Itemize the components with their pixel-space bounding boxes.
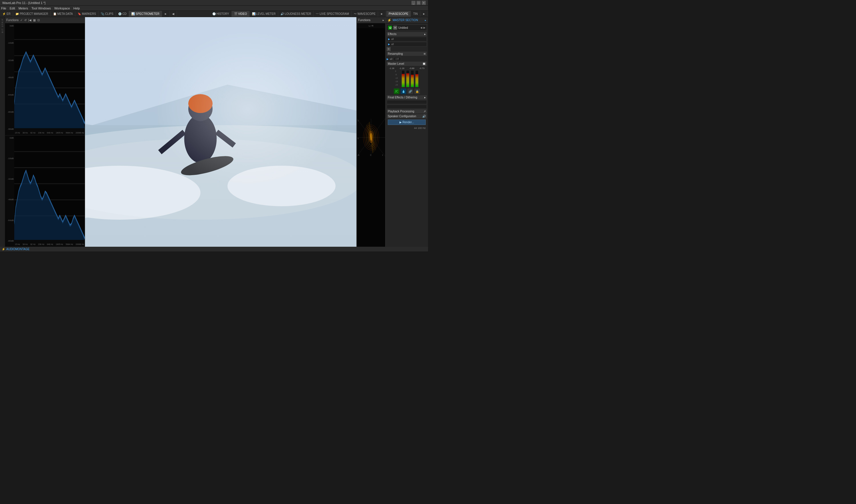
spectrometer-canvas-bottom xyxy=(14,136,85,240)
svg-text:0: 0 xyxy=(358,138,359,140)
main-area: BIT STRIP Functions ✓ ↺ |◀ ▦ ⊡ 0dB -16dB… xyxy=(0,17,428,247)
spec-btn-1[interactable]: ✓ xyxy=(20,19,22,22)
spec-y-labels-bottom: 0dB -16dB -32dB -48dB -64dB -80dB xyxy=(5,136,14,244)
svg-point-43 xyxy=(370,133,372,141)
master-section-content: ⏻ ✏ Untitled ◀ ▶ Effects ▸ ▶ all ▶ all + xyxy=(386,23,428,247)
tab-nav-forward[interactable]: ► xyxy=(162,11,170,17)
tab-er[interactable]: ⚡ER xyxy=(0,11,13,17)
master-level-header[interactable]: Master Level 🔲 xyxy=(387,61,427,66)
meter-fill-1 xyxy=(402,74,405,87)
maximize-button[interactable]: □ xyxy=(416,1,421,5)
spectrometer-panel: Functions ✓ ↺ |◀ ▦ ⊡ 0dB -16dB -32dB -48… xyxy=(5,17,85,247)
playback-processing-header[interactable]: Playback Processing ↗ xyxy=(387,109,427,113)
resampling-section-header[interactable]: Resampling ≋ xyxy=(387,52,427,56)
master-expand-btn[interactable]: ▸ xyxy=(425,19,426,22)
tab-collapse[interactable]: ◀ xyxy=(170,11,177,17)
phasescope-panel: Functions ▸ L / R xyxy=(357,17,385,247)
audiomontage-header: ⚡ AUDIOMONTAGE xyxy=(0,247,428,252)
master-power-button[interactable]: ⏻ xyxy=(388,26,392,30)
tab-loudness-meter[interactable]: 🔊 LOUDNESS METER xyxy=(278,11,314,17)
tab-markers[interactable]: 🔖 MARKERS xyxy=(75,11,99,17)
tab-live-spectrogram[interactable]: 〰 LIVE SPECTROGRAM xyxy=(314,11,352,17)
spectrometer-content: 0dB -16dB -32dB -48dB -64dB -80dB -96dB xyxy=(5,23,85,247)
master-lock-btn[interactable]: 🔒 xyxy=(414,88,420,94)
tab-phasescope-more[interactable]: ► xyxy=(420,11,428,17)
tab-project-manager[interactable]: 📁 PROJECT MANAGER xyxy=(13,11,51,17)
master-link-btn[interactable]: 🔗 xyxy=(408,88,413,94)
frequency-label: 44 100 Hz xyxy=(387,126,427,130)
tab-tin[interactable]: TIN xyxy=(411,11,420,17)
functions-label: Functions xyxy=(6,19,19,22)
tab-video[interactable]: 🎬 VIDEO xyxy=(232,11,250,17)
am-icon: ⚡ xyxy=(2,248,5,251)
resampling-label: Resampling xyxy=(388,52,403,55)
tab-wavescope[interactable]: 〜 WAVESCOPE xyxy=(352,11,378,17)
master-level-icon: 🔲 xyxy=(422,62,426,65)
spec-y-labels-top: 0dB -16dB -32dB -48dB -64dB -80dB -96dB xyxy=(5,23,14,132)
final-effects-header[interactable]: Final Effects / Dithering ▸ xyxy=(387,95,427,100)
tab-spectrometer[interactable]: 📊 SPECTROMETER xyxy=(129,11,162,17)
svg-text:-1: -1 xyxy=(358,154,359,156)
video-placeholder xyxy=(85,17,356,247)
menu-help[interactable]: Help xyxy=(73,6,80,10)
spectrometer-canvas-top xyxy=(14,23,85,128)
spectrometer-bottom: 0dB -16dB -32dB -48dB -64dB -80dB xyxy=(5,135,85,247)
menu-workspace[interactable]: Workspace xyxy=(54,6,70,10)
master-clip-btn[interactable]: 💧 xyxy=(400,88,406,94)
master-title-row: ⏻ ✏ Untitled ◀ ▶ xyxy=(387,24,427,31)
add-effect-button[interactable]: + xyxy=(387,47,391,51)
tab-history[interactable]: 🕐 HISTORY xyxy=(210,11,232,17)
spec-x-labels-top: 15 Hz 38 Hz 92 Hz 236 Hz 648 Hz 1905 Hz … xyxy=(14,132,85,135)
window-controls: _ □ × xyxy=(411,1,426,5)
titlebar: WaveLab Pro 11 - [Untitled 1 *] _ □ × xyxy=(0,0,428,6)
svg-point-19 xyxy=(188,94,213,113)
effects-section-header[interactable]: Effects ▸ xyxy=(387,32,427,36)
spec-btn-5[interactable]: ⊡ xyxy=(37,19,40,22)
close-button[interactable]: × xyxy=(422,1,426,5)
svg-point-22 xyxy=(179,152,235,179)
master-bypass-btn[interactable]: JC xyxy=(394,88,399,94)
tab-clips[interactable]: 📎 CLIPS xyxy=(99,11,116,17)
svg-line-20 xyxy=(160,132,184,152)
spec-x-labels-bottom: 15 Hz 38 Hz 92 Hz 236 Hz 648 Hz 1905 Hz … xyxy=(14,243,85,247)
tab-more-right[interactable]: ► xyxy=(378,11,386,17)
app-title: WaveLab Pro 11 - [Untitled 1 *] xyxy=(2,1,46,4)
master-nav-right[interactable]: ▶ xyxy=(424,26,425,29)
render-button[interactable]: ▶ Render... xyxy=(388,120,426,125)
spec-btn-3[interactable]: |◀ xyxy=(28,19,31,22)
svg-line-21 xyxy=(217,132,234,145)
master-header-label: MASTER SECTION xyxy=(393,19,418,22)
resampling-power[interactable]: ▶ xyxy=(387,58,389,60)
master-title: Untitled xyxy=(398,26,419,30)
tab-level-meter[interactable]: 📊 LEVEL METER xyxy=(250,11,278,17)
menu-file[interactable]: File xyxy=(1,6,6,10)
final-effects-label: Final Effects / Dithering xyxy=(388,96,417,99)
tab-metadata[interactable]: 📋META DATA xyxy=(51,11,75,17)
svg-point-17 xyxy=(184,114,217,163)
spectrometer-top: 0dB -16dB -32dB -48dB -64dB -80dB -96dB xyxy=(5,23,85,135)
master-edit-button[interactable]: ✏ xyxy=(393,26,397,30)
am-header-label: AUDIOMONTAGE xyxy=(6,248,30,251)
spec-btn-4[interactable]: ▦ xyxy=(33,19,36,22)
menu-edit[interactable]: Edit xyxy=(10,6,15,10)
menu-meters[interactable]: Meters xyxy=(19,6,28,10)
master-transport: JC 💧 🔗 🔒 xyxy=(387,87,427,95)
meter-fill-3 xyxy=(411,75,414,87)
menu-tool-windows[interactable]: Tool Windows xyxy=(31,6,51,10)
master-nav-left[interactable]: ◀ xyxy=(420,26,422,29)
svg-point-18 xyxy=(188,97,213,121)
svg-rect-12 xyxy=(85,17,356,247)
meter-fill-4 xyxy=(415,74,418,87)
final-effects-slot-1 xyxy=(387,100,427,104)
meter-ch2 xyxy=(406,70,409,87)
phasescope-more-btn[interactable]: ▸ xyxy=(382,19,384,22)
tab-cd[interactable]: 💿 CD xyxy=(116,11,129,17)
bit-strip: BIT STRIP xyxy=(0,17,5,247)
video-panel xyxy=(85,17,357,247)
metadata-icon: 📋 xyxy=(53,12,56,15)
spec-btn-2[interactable]: ↺ xyxy=(24,19,26,22)
minimize-button[interactable]: _ xyxy=(411,1,415,5)
speaker-config-header[interactable]: Speaker Configuration 🔊 xyxy=(387,114,427,119)
phasescope-toolbar: Functions ▸ xyxy=(357,17,385,23)
tab-phasescope[interactable]: PHASESCOPE xyxy=(386,11,411,17)
